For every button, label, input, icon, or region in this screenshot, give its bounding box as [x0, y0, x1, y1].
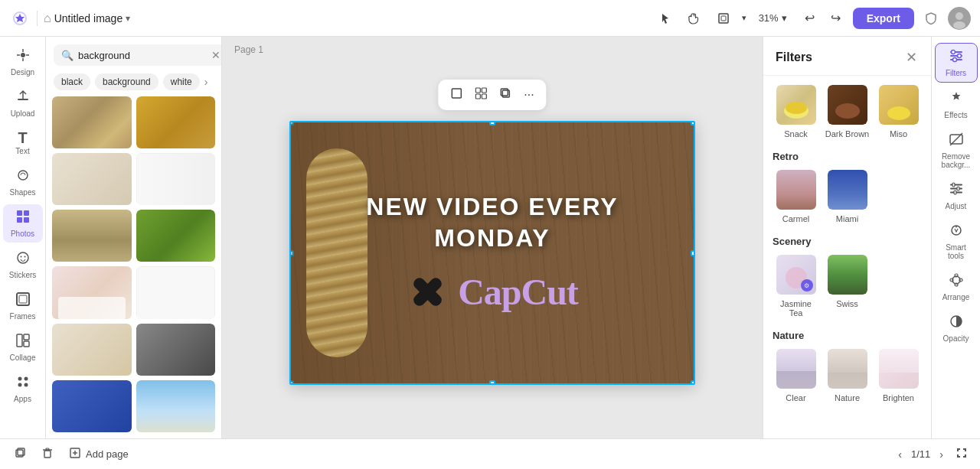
- svg-point-7: [18, 171, 28, 180]
- search-area: 🔍 ✕: [46, 37, 221, 70]
- sidebar-item-apps[interactable]: Apps: [3, 370, 43, 408]
- canvas-frame[interactable]: NEW VIDEO EVERY MONDAY CapCut: [289, 121, 695, 385]
- photo-item[interactable]: [136, 266, 216, 318]
- canvas-area[interactable]: Page 1 ···: [222, 37, 763, 438]
- filters-grid-top: Snack Dark Brown: [773, 83, 922, 138]
- sidebar-item-text[interactable]: T Text: [3, 125, 43, 160]
- sidebar-item-stickers[interactable]: Stickers: [3, 246, 43, 284]
- title-chevron-icon[interactable]: ▾: [126, 13, 130, 24]
- right-tool-adjust[interactable]: Adjust: [935, 177, 978, 215]
- right-tool-smart[interactable]: Smart tools: [935, 218, 978, 265]
- filters-section-scenery: Scenery ⚙ Jasmine Tea: [763, 228, 931, 322]
- sidebar-item-collage[interactable]: Collage: [3, 328, 43, 366]
- right-tool-filters[interactable]: Filters: [935, 43, 978, 83]
- right-tool-opacity[interactable]: Opacity: [935, 309, 978, 347]
- filter-miso[interactable]: Miso: [875, 83, 922, 138]
- filter-jasmine-label: Jasmine Tea: [773, 299, 819, 318]
- fullscreen-button[interactable]: [952, 444, 971, 465]
- photo-item[interactable]: [52, 210, 132, 262]
- photo-item[interactable]: [52, 266, 132, 318]
- photo-item[interactable]: [52, 96, 132, 148]
- tag-white[interactable]: white: [163, 73, 200, 90]
- zoom-chevron-icon: ▾: [782, 12, 787, 24]
- sidebar-item-frames[interactable]: Frames: [3, 287, 43, 325]
- svg-point-20: [18, 377, 21, 381]
- redo-button[interactable]: ↪: [824, 6, 848, 31]
- filter-brighten[interactable]: Brighten: [875, 347, 922, 402]
- prev-page-button[interactable]: ‹: [895, 445, 905, 464]
- hand-tool-button[interactable]: [682, 6, 707, 31]
- filter-nature[interactable]: Nature: [824, 347, 871, 402]
- filters-header: Filters ✕: [763, 37, 931, 76]
- frame-tool-button[interactable]: [711, 6, 736, 31]
- select-tool-button[interactable]: [653, 6, 678, 31]
- arrange-tool-label: Arrange: [942, 293, 970, 301]
- filter-snack[interactable]: Snack: [773, 83, 819, 138]
- filters-grid-scenery: ⚙ Jasmine Tea Swiss: [773, 253, 922, 318]
- shield-icon[interactable]: [919, 6, 943, 31]
- tag-black[interactable]: black: [54, 73, 90, 90]
- right-area: Filters ✕ Snack: [763, 37, 980, 438]
- right-tool-remove-bg[interactable]: Remove backgr...: [935, 127, 978, 174]
- capcut-logo-icon: [407, 271, 449, 313]
- tag-background[interactable]: background: [95, 73, 158, 90]
- page-label: Page 1: [234, 44, 263, 55]
- sidebar-item-upload[interactable]: Upload: [3, 84, 43, 122]
- app-logo[interactable]: [9, 8, 31, 29]
- sidebar-apps-label: Apps: [14, 395, 31, 403]
- filter-carmel[interactable]: Carmel: [773, 168, 819, 223]
- photo-item[interactable]: [52, 324, 132, 376]
- tags-more-button[interactable]: ›: [204, 73, 208, 90]
- search-input[interactable]: [78, 50, 207, 61]
- home-icon[interactable]: ⌂: [44, 11, 51, 25]
- text-icon: T: [18, 130, 27, 145]
- opacity-tool-label: Opacity: [943, 334, 969, 343]
- canvas-layout-button[interactable]: [470, 84, 492, 106]
- sidebar-item-design[interactable]: Design: [3, 43, 43, 81]
- photo-item[interactable]: [52, 153, 132, 205]
- next-page-button[interactable]: ›: [936, 445, 946, 464]
- filter-miami[interactable]: Miami: [824, 168, 871, 223]
- search-box[interactable]: 🔍 ✕: [54, 44, 222, 66]
- photo-grid: [46, 96, 221, 438]
- filter-clear[interactable]: Clear: [773, 347, 819, 402]
- add-page-icon: [69, 447, 81, 462]
- filter-swiss[interactable]: Swiss: [824, 253, 871, 318]
- photo-item[interactable]: [136, 210, 216, 262]
- right-tool-arrange[interactable]: Arrange: [935, 268, 978, 306]
- copy-page-button[interactable]: [9, 444, 31, 465]
- add-page-button[interactable]: Add page: [64, 444, 133, 465]
- photo-item[interactable]: [52, 380, 132, 432]
- sidebar-shapes-label: Shapes: [10, 188, 36, 197]
- sidebar-frames-label: Frames: [10, 312, 36, 321]
- filter-dark-brown-label: Dark Brown: [825, 129, 869, 138]
- filter-jasmine[interactable]: ⚙ Jasmine Tea: [773, 253, 819, 318]
- canvas-resize-button[interactable]: [446, 84, 467, 106]
- photo-item[interactable]: [136, 96, 216, 148]
- undo-button[interactable]: ↩: [798, 6, 822, 31]
- canvas-copy-button[interactable]: [495, 84, 516, 106]
- canvas-more-button[interactable]: ···: [519, 85, 538, 105]
- canvas-toolbar: ···: [438, 80, 546, 110]
- frame-tool-arrow[interactable]: ▾: [740, 10, 748, 26]
- sidebar-item-photos[interactable]: Photos: [3, 204, 43, 243]
- photo-item[interactable]: [136, 324, 216, 376]
- bottom-bar: Add page ‹ 1/11 ›: [0, 438, 980, 469]
- svg-point-13: [20, 256, 21, 258]
- filter-dark-brown[interactable]: Dark Brown: [824, 83, 871, 138]
- filter-dark-brown-thumb: [826, 83, 869, 126]
- photo-item[interactable]: [136, 380, 216, 432]
- sidebar-item-shapes[interactable]: Shapes: [3, 163, 43, 201]
- user-avatar[interactable]: [948, 7, 971, 30]
- zoom-control[interactable]: 31% ▾: [753, 9, 793, 27]
- photo-item[interactable]: [136, 153, 216, 205]
- export-button[interactable]: Export: [853, 8, 914, 29]
- right-tool-effects[interactable]: Effects: [935, 86, 978, 124]
- delete-page-button[interactable]: [37, 444, 58, 465]
- search-clear-button[interactable]: ✕: [211, 49, 220, 61]
- svg-rect-6: [18, 99, 28, 100]
- filters-close-button[interactable]: ✕: [904, 47, 919, 67]
- add-page-label: Add page: [86, 448, 129, 460]
- canvas-text-top: NEW VIDEO EVERY: [366, 193, 618, 221]
- frames-icon: [15, 291, 31, 311]
